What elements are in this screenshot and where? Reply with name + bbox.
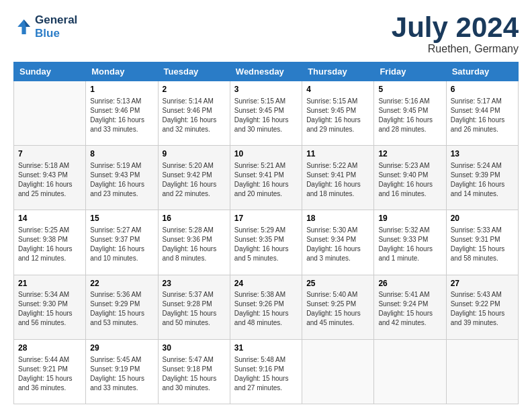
sunset-text: Sunset: 9:24 PM [378,300,441,309]
location: Ruethen, Germany [392,43,519,55]
sunrise-text: Sunrise: 5:28 AM [163,226,226,235]
daylight-text: Daylight: 16 hours and 32 minutes. [163,116,226,134]
daylight-text: Daylight: 16 hours and 29 minutes. [306,116,369,134]
day-number: 16 [163,213,226,224]
sunset-text: Sunset: 9:36 PM [163,235,226,244]
day-number: 11 [306,148,369,160]
sunrise-text: Sunrise: 5:15 AM [234,97,298,106]
sunset-text: Sunset: 9:22 PM [451,300,514,309]
calendar-week-row: 28Sunrise: 5:44 AMSunset: 9:21 PMDayligh… [14,339,519,404]
sunrise-text: Sunrise: 5:45 AM [90,355,153,365]
day-number: 29 [90,342,153,354]
col-tuesday: Tuesday [158,62,230,81]
daylight-text: Daylight: 16 hours and 22 minutes. [163,180,226,199]
table-row: 3Sunrise: 5:15 AMSunset: 9:45 PMDaylight… [230,81,302,146]
sunrise-text: Sunrise: 5:14 AM [163,97,226,106]
table-row: 1Sunrise: 5:13 AMSunset: 9:46 PMDaylight… [86,81,158,146]
sunrise-text: Sunrise: 5:16 AM [378,97,441,106]
daylight-text: Daylight: 16 hours and 23 minutes. [90,180,153,199]
sunrise-text: Sunrise: 5:36 AM [90,290,153,300]
sunset-text: Sunset: 9:40 PM [378,171,441,180]
daylight-text: Daylight: 16 hours and 28 minutes. [378,116,441,134]
sunrise-text: Sunrise: 5:29 AM [234,226,298,235]
sunrise-text: Sunrise: 5:17 AM [451,97,514,106]
day-number: 7 [18,148,81,160]
sunset-text: Sunset: 9:41 PM [306,171,369,180]
sunrise-text: Sunrise: 5:25 AM [18,226,81,235]
table-row: 26Sunrise: 5:41 AMSunset: 9:24 PMDayligh… [374,275,446,339]
calendar-week-row: 14Sunrise: 5:25 AMSunset: 9:38 PMDayligh… [14,210,519,275]
table-row: 30Sunrise: 5:47 AMSunset: 9:18 PMDayligh… [158,339,230,404]
daylight-text: Daylight: 15 hours and 56 minutes. [18,309,81,328]
sunrise-text: Sunrise: 5:37 AM [163,290,226,300]
table-row: 24Sunrise: 5:38 AMSunset: 9:26 PMDayligh… [230,275,302,339]
day-number: 25 [306,278,369,289]
sunrise-text: Sunrise: 5:34 AM [18,290,81,300]
table-row: 17Sunrise: 5:29 AMSunset: 9:35 PMDayligh… [230,210,302,275]
header: General Blue July 2024 Ruethen, Germany [13,13,519,55]
sunset-text: Sunset: 9:30 PM [18,300,81,309]
daylight-text: Daylight: 16 hours and 8 minutes. [163,244,226,263]
calendar-table: Sunday Monday Tuesday Wednesday Thursday… [13,62,519,404]
daylight-text: Daylight: 15 hours and 30 minutes. [163,374,226,393]
logo-text: General Blue [35,13,77,40]
daylight-text: Daylight: 15 hours and 58 minutes. [451,244,514,263]
day-number: 4 [306,84,369,95]
sunrise-text: Sunrise: 5:23 AM [378,161,441,171]
table-row: 20Sunrise: 5:33 AMSunset: 9:31 PMDayligh… [446,210,518,275]
table-row: 14Sunrise: 5:25 AMSunset: 9:38 PMDayligh… [14,210,86,275]
daylight-text: Daylight: 16 hours and 10 minutes. [90,244,153,263]
col-monday: Monday [86,62,158,81]
sunset-text: Sunset: 9:44 PM [451,106,514,116]
col-sunday: Sunday [14,62,86,81]
sunrise-text: Sunrise: 5:48 AM [234,355,298,365]
table-row: 11Sunrise: 5:22 AMSunset: 9:41 PMDayligh… [302,146,374,210]
day-number: 27 [451,278,514,289]
sunrise-text: Sunrise: 5:20 AM [163,161,226,171]
table-row: 25Sunrise: 5:40 AMSunset: 9:25 PMDayligh… [302,275,374,339]
sunset-text: Sunset: 9:46 PM [163,106,226,116]
sunrise-text: Sunrise: 5:19 AM [90,161,153,171]
day-number: 21 [18,278,81,289]
daylight-text: Daylight: 16 hours and 3 minutes. [306,244,369,263]
sunrise-text: Sunrise: 5:21 AM [234,161,298,171]
table-row: 16Sunrise: 5:28 AMSunset: 9:36 PMDayligh… [158,210,230,275]
daylight-text: Daylight: 16 hours and 20 minutes. [234,180,298,199]
day-number: 2 [163,84,226,95]
daylight-text: Daylight: 16 hours and 1 minute. [378,244,441,263]
sunrise-text: Sunrise: 5:41 AM [378,290,441,300]
sunset-text: Sunset: 9:31 PM [451,235,514,244]
daylight-text: Daylight: 16 hours and 18 minutes. [306,180,369,199]
table-row: 29Sunrise: 5:45 AMSunset: 9:19 PMDayligh… [86,339,158,404]
day-number: 17 [234,213,298,224]
sunset-text: Sunset: 9:26 PM [234,300,298,309]
table-row: 21Sunrise: 5:34 AMSunset: 9:30 PMDayligh… [14,275,86,339]
sunrise-text: Sunrise: 5:13 AM [90,97,153,106]
calendar-week-row: 21Sunrise: 5:34 AMSunset: 9:30 PMDayligh… [14,275,519,339]
sunset-text: Sunset: 9:41 PM [234,171,298,180]
daylight-text: Daylight: 15 hours and 27 minutes. [234,374,298,393]
day-number: 26 [378,278,441,289]
calendar-week-row: 1Sunrise: 5:13 AMSunset: 9:46 PMDaylight… [14,81,519,146]
sunset-text: Sunset: 9:33 PM [378,235,441,244]
daylight-text: Daylight: 16 hours and 5 minutes. [234,244,298,263]
table-row: 9Sunrise: 5:20 AMSunset: 9:42 PMDaylight… [158,146,230,210]
day-number: 19 [378,213,441,224]
table-row [374,339,446,404]
sunrise-text: Sunrise: 5:38 AM [234,290,298,300]
daylight-text: Daylight: 15 hours and 50 minutes. [163,309,226,328]
sunset-text: Sunset: 9:45 PM [234,106,298,116]
table-row: 15Sunrise: 5:27 AMSunset: 9:37 PMDayligh… [86,210,158,275]
sunrise-text: Sunrise: 5:44 AM [18,355,81,365]
table-row: 6Sunrise: 5:17 AMSunset: 9:44 PMDaylight… [446,81,518,146]
daylight-text: Daylight: 16 hours and 12 minutes. [18,244,81,263]
day-number: 6 [451,84,514,95]
calendar-header-row: Sunday Monday Tuesday Wednesday Thursday… [14,62,519,81]
table-row: 28Sunrise: 5:44 AMSunset: 9:21 PMDayligh… [14,339,86,404]
table-row: 7Sunrise: 5:18 AMSunset: 9:43 PMDaylight… [14,146,86,210]
table-row: 18Sunrise: 5:30 AMSunset: 9:34 PMDayligh… [302,210,374,275]
daylight-text: Daylight: 16 hours and 33 minutes. [90,116,153,134]
sunrise-text: Sunrise: 5:47 AM [163,355,226,365]
table-row: 31Sunrise: 5:48 AMSunset: 9:16 PMDayligh… [230,339,302,404]
daylight-text: Daylight: 15 hours and 36 minutes. [18,374,81,393]
